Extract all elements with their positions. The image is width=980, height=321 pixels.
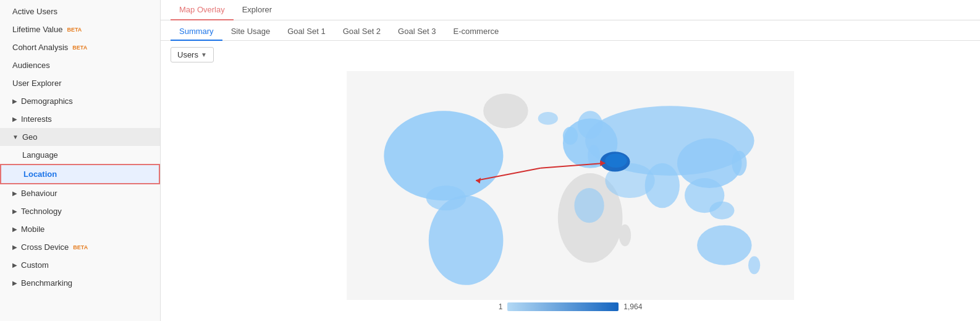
sidebar-item-label: Cross Device (21, 242, 69, 252)
sidebar-item-interests[interactable]: ▶Interests (0, 110, 160, 128)
svg-point-17 (578, 111, 602, 139)
sub-tab-e-commerce[interactable]: E-commerce (445, 23, 508, 41)
svg-point-7 (574, 188, 604, 223)
chevron-icon: ▼ (12, 134, 19, 140)
sidebar-item-label: User Explorer (12, 79, 61, 88)
content-area: Users ▼ (161, 41, 980, 321)
sidebar-item-label: Technology (21, 207, 62, 216)
svg-point-3 (429, 195, 504, 285)
legend-min: 1 (499, 302, 503, 311)
sidebar-item-language[interactable]: Language (0, 146, 160, 164)
sidebar-item-lifetime-value[interactable]: Lifetime ValueBETA (0, 20, 160, 38)
sub-tab-site-usage[interactable]: Site Usage (222, 23, 279, 41)
beta-badge: BETA (73, 244, 88, 250)
sidebar-item-label: Location (23, 169, 57, 179)
sidebar-item-label: Geo (22, 132, 38, 142)
sub-tab-goal-set-2[interactable]: Goal Set 2 (334, 23, 389, 41)
sub-tab-goal-set-1[interactable]: Goal Set 1 (279, 23, 334, 41)
svg-point-22 (563, 127, 578, 145)
svg-point-12 (645, 163, 680, 208)
sidebar-item-label: Benchmarking (21, 278, 72, 288)
sidebar-item-cohort-analysis[interactable]: Cohort AnalysisBETA (0, 38, 160, 56)
sidebar: Active UsersLifetime ValueBETACohort Ana… (0, 0, 161, 321)
dropdown-arrow-icon: ▼ (201, 51, 207, 58)
sidebar-item-cross-device[interactable]: ▶Cross DeviceBETA (0, 238, 160, 256)
sidebar-item-benchmarking[interactable]: ▶Benchmarking (0, 274, 160, 292)
sidebar-item-audiences[interactable]: Audiences (0, 56, 160, 74)
sidebar-item-label: Active Users (12, 7, 57, 16)
svg-point-18 (732, 151, 746, 176)
view-tab-explorer[interactable]: Explorer (234, 0, 281, 20)
chevron-icon: ▶ (12, 262, 17, 268)
svg-point-20 (709, 202, 734, 220)
beta-badge: BETA (72, 45, 87, 51)
chevron-icon: ▶ (12, 208, 17, 215)
main-content: Map OverlayExplorer SummarySite UsageGoa… (161, 0, 980, 321)
sidebar-item-demographics[interactable]: ▶Demographics (0, 92, 160, 110)
sub-tab-goal-set-3[interactable]: Goal Set 3 (389, 23, 444, 41)
chevron-icon: ▶ (12, 190, 17, 197)
sidebar-item-label: Audiences (12, 61, 50, 70)
chevron-icon: ▶ (12, 116, 17, 122)
svg-point-19 (748, 256, 760, 274)
sidebar-item-label: Mobile (21, 225, 44, 234)
sidebar-item-geo[interactable]: ▼Geo (0, 128, 160, 146)
svg-point-11 (605, 154, 627, 168)
sidebar-item-active-users[interactable]: Active Users (0, 2, 160, 20)
sidebar-item-technology[interactable]: ▶Technology (0, 202, 160, 220)
dropdown-value: Users (177, 50, 198, 59)
sidebar-item-mobile[interactable]: ▶Mobile (0, 220, 160, 238)
chevron-icon: ▶ (12, 226, 17, 233)
chevron-icon: ▶ (12, 244, 17, 250)
svg-point-16 (538, 112, 558, 125)
sidebar-item-label: Custom (21, 260, 49, 270)
beta-badge: BETA (67, 27, 82, 33)
sidebar-item-label: Language (22, 150, 58, 160)
sub-tab-bar: SummarySite UsageGoal Set 1Goal Set 2Goa… (161, 20, 980, 41)
sidebar-item-user-explorer[interactable]: User Explorer (0, 74, 160, 92)
sidebar-item-behaviour[interactable]: ▶Behaviour (0, 184, 160, 202)
legend-gradient (507, 302, 619, 311)
sidebar-item-label: Behaviour (21, 189, 57, 198)
svg-point-4 (483, 93, 528, 128)
sidebar-item-label: Lifetime Value (12, 25, 62, 34)
sidebar-item-label: Demographics (21, 96, 73, 106)
svg-point-21 (619, 225, 631, 246)
legend-max: 1,964 (623, 302, 642, 311)
map-container: 1 1,964 (171, 67, 970, 315)
svg-point-15 (697, 225, 751, 265)
view-tab-bar: Map OverlayExplorer (161, 0, 980, 20)
sub-tab-summary[interactable]: Summary (171, 23, 222, 41)
chevron-icon: ▶ (12, 280, 17, 286)
sidebar-item-label: Interests (21, 114, 52, 124)
sidebar-item-location[interactable]: Location (0, 164, 160, 184)
sidebar-item-custom[interactable]: ▶Custom (0, 256, 160, 274)
map-legend: 1 1,964 (499, 302, 643, 311)
world-map (171, 71, 970, 300)
view-tab-map-overlay[interactable]: Map Overlay (171, 0, 234, 20)
sidebar-item-label: Cohort Analysis (12, 43, 68, 52)
users-dropdown[interactable]: Users ▼ (171, 47, 214, 62)
chevron-icon: ▶ (12, 98, 17, 105)
